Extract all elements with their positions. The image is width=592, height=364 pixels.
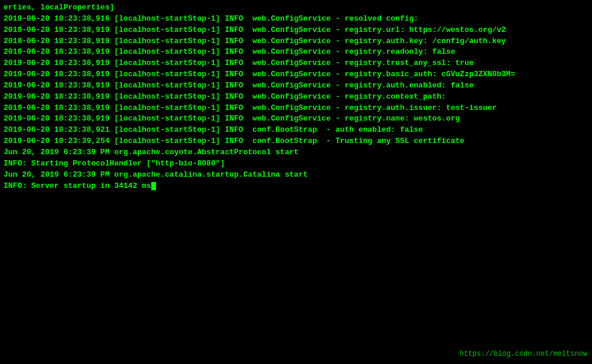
log-line: INFO: Starting ProtocolHandler ["http-bi… xyxy=(4,158,588,170)
terminal-window: erties, localProperties]2019-06-20 18:23… xyxy=(0,0,592,364)
log-output: erties, localProperties]2019-06-20 18:23… xyxy=(4,2,588,191)
watermark: https://blog.csdn.net/meltsnow xyxy=(460,349,587,359)
log-line: Jun 20, 2019 6:23:39 PM org.apache.coyot… xyxy=(4,147,588,158)
terminal-cursor xyxy=(151,182,156,190)
log-line: 2019-06-20 18:23:38,919 [localhost-start… xyxy=(4,80,588,92)
log-line: erties, localProperties] xyxy=(4,2,588,14)
log-line: Jun 20, 2019 6:23:39 PM org.apache.catal… xyxy=(4,170,588,181)
log-line: 2019-06-20 18:23:38,919 [localhost-start… xyxy=(4,113,588,125)
log-line: 2019-06-20 18:23:38,919 [localhost-start… xyxy=(4,69,588,80)
log-line: 2019-06-20 18:23:38,919 [localhost-start… xyxy=(4,92,588,103)
log-line: 2019-06-20 18:23:38,919 [localhost-start… xyxy=(4,47,588,58)
log-line: 2019-06-20 18:23:38,916 [localhost-start… xyxy=(4,14,588,25)
log-line: 2019-06-20 18:23:39,254 [localhost-start… xyxy=(4,136,588,147)
log-line: 2019-06-20 18:23:38,919 [localhost-start… xyxy=(4,36,588,47)
log-line: 2019-06-20 18:23:38,919 [localhost-start… xyxy=(4,58,588,69)
log-line: 2019-06-20 18:23:38,921 [localhost-start… xyxy=(4,125,588,136)
log-line: 2019-06-20 18:23:38,919 [localhost-start… xyxy=(4,103,588,114)
log-line: INFO: Server startup in 34142 ms xyxy=(4,181,588,192)
log-line: 2019-06-20 18:23:38,919 [localhost-start… xyxy=(4,25,588,36)
